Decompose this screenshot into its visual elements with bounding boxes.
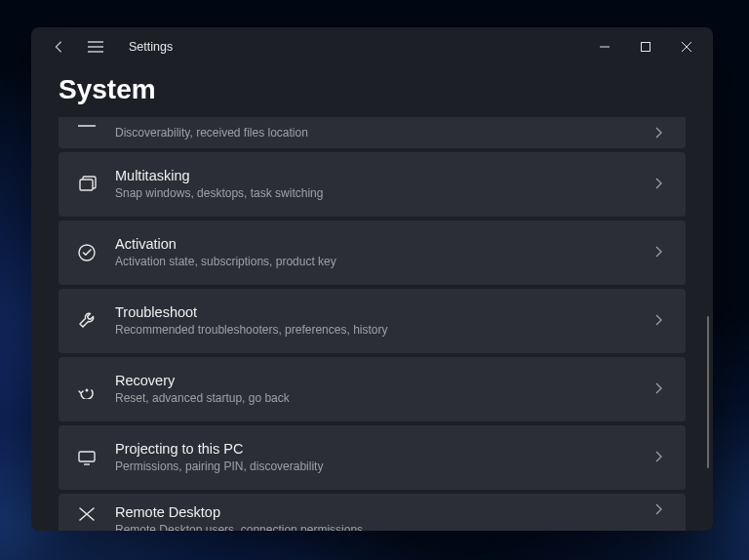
list-item-text: Discoverability, received files location [115, 125, 645, 140]
list-item-text: Projecting to this PC Permissions, pairi… [115, 440, 645, 474]
list-item-text: Troubleshoot Recommended troubleshooters… [115, 303, 645, 338]
list-item-label: Projecting to this PC [115, 440, 645, 459]
svg-rect-1 [80, 180, 93, 190]
list-item-text: Remote Desktop Remote Desktop users, con… [115, 503, 645, 531]
list-item-desc: Recommended troubleshooters, preferences… [115, 322, 645, 338]
hamburger-icon [88, 41, 103, 53]
list-item[interactable]: Discoverability, received files location [59, 117, 686, 148]
list-item-label: Troubleshoot [115, 303, 645, 322]
minimize-button[interactable] [584, 32, 625, 61]
window-title: Settings [129, 40, 173, 54]
list-item-desc: Reset, advanced startup, go back [115, 390, 645, 406]
list-item[interactable]: Projecting to this PC Permissions, pairi… [59, 425, 686, 490]
svg-point-2 [79, 245, 95, 260]
back-arrow-icon [52, 40, 65, 54]
close-icon [682, 42, 691, 52]
settings-list: Discoverability, received files location… [31, 117, 713, 531]
scrollbar-thumb[interactable] [707, 316, 709, 468]
svg-rect-4 [79, 452, 95, 461]
list-item-desc: Remote Desktop users, connection permiss… [115, 522, 645, 531]
list-item-text: Multitasking Snap windows, desktops, tas… [115, 167, 645, 201]
list-item-label: Activation [115, 235, 645, 254]
list-item-text: Recovery Reset, advanced startup, go bac… [115, 372, 645, 406]
chevron-right-icon [654, 503, 668, 517]
page-title: System [59, 74, 686, 105]
chevron-right-icon [654, 382, 668, 396]
list-item-desc: Snap windows, desktops, task switching [115, 185, 645, 201]
svg-point-3 [86, 389, 89, 392]
list-item[interactable]: Remote Desktop Remote Desktop users, con… [59, 494, 686, 531]
activation-icon [76, 242, 98, 263]
chevron-right-icon [654, 314, 668, 328]
chevron-right-icon [654, 451, 668, 464]
list-item[interactable]: Troubleshoot Recommended troubleshooters… [59, 289, 686, 353]
list-item-desc: Discoverability, received files location [115, 125, 645, 140]
close-button[interactable] [666, 32, 707, 61]
chevron-right-icon [654, 178, 668, 191]
svg-rect-0 [642, 43, 650, 52]
list-item[interactable]: Multitasking Snap windows, desktops, tas… [59, 152, 686, 217]
list-item-desc: Activation state, subscriptions, product… [115, 254, 645, 269]
title-bar: Settings [31, 27, 713, 66]
list-item-text: Activation Activation state, subscriptio… [115, 235, 645, 269]
recovery-icon [76, 379, 98, 400]
list-item-label: Remote Desktop [115, 503, 645, 522]
settings-window: Settings System Discoverability, receive… [31, 27, 713, 531]
back-button[interactable] [45, 33, 72, 60]
chevron-right-icon [654, 246, 668, 260]
nearby-sharing-icon [76, 117, 98, 137]
menu-button[interactable] [80, 33, 111, 60]
page-header: System [31, 66, 713, 117]
projecting-icon [76, 447, 98, 468]
chevron-right-icon [654, 127, 668, 140]
maximize-icon [641, 42, 650, 52]
list-item-desc: Permissions, pairing PIN, discoverabilit… [115, 459, 645, 474]
multitasking-icon [76, 174, 98, 195]
maximize-button[interactable] [625, 32, 666, 61]
window-controls [584, 32, 707, 61]
list-item-label: Multitasking [115, 167, 645, 185]
list-item[interactable]: Recovery Reset, advanced startup, go bac… [59, 357, 686, 421]
list-item[interactable]: Activation Activation state, subscriptio… [59, 220, 686, 285]
list-item-label: Recovery [115, 372, 645, 390]
minimize-icon [600, 42, 610, 52]
remote-desktop-icon [76, 503, 98, 525]
troubleshoot-icon [76, 310, 98, 332]
